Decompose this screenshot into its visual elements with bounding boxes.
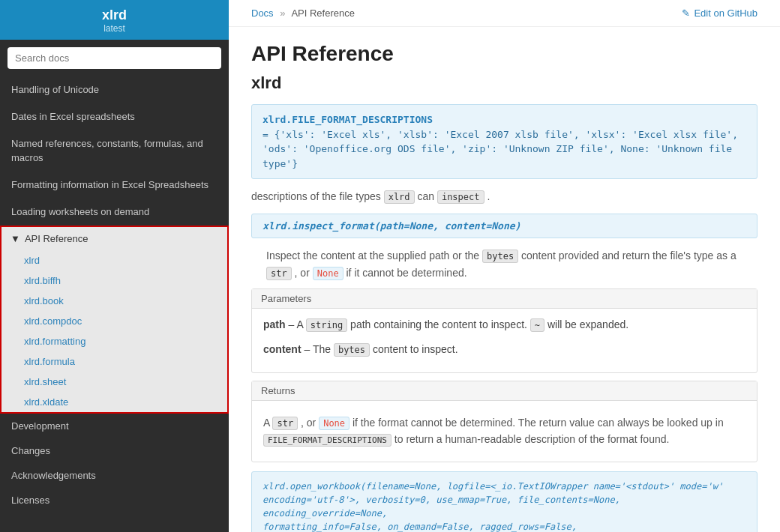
open-workbook-sig-line2: formatting_info=False, on_demand=False, … — [262, 520, 746, 532]
sidebar-header: xlrd latest — [0, 0, 229, 40]
sidebar-bottom-nav: Development Changes Acknowledgements Lic… — [0, 414, 229, 513]
search-input[interactable] — [8, 47, 221, 69]
api-item-xlrd-compdoc[interactable]: xlrd.compdoc — [2, 311, 227, 331]
inspect-func-name: xlrd.inspect_format(path=None, content=N… — [262, 220, 520, 232]
breadcrumb-docs-link[interactable]: Docs — [251, 7, 274, 19]
sidebar-search-wrap — [0, 40, 229, 76]
sidebar-item-named-refs[interactable]: Named references, constants, formulas, a… — [0, 130, 229, 171]
sidebar-item-acknowledgements[interactable]: Acknowledgements — [0, 463, 229, 488]
sidebar-item-loading[interactable]: Loading worksheets on demand — [0, 199, 229, 226]
breadcrumb-current: API Reference — [291, 7, 355, 19]
sidebar-item-licenses[interactable]: Licenses — [0, 488, 229, 513]
page-content: API Reference xlrd xlrd.FILE_FORMAT_DESC… — [229, 27, 780, 532]
breadcrumb-separator: » — [280, 7, 285, 19]
returns-none-code: None — [319, 417, 350, 430]
breadcrumb-links: Docs » API Reference — [251, 7, 355, 19]
inspect-description: Inspect the content at the supplied path… — [266, 247, 758, 281]
file-format-const: xlrd.FILE_FORMAT_DESCRIPTIONS — [262, 112, 746, 127]
collapse-icon: ▼ — [10, 233, 20, 244]
api-item-xlrd-xldate[interactable]: xlrd.xldate — [2, 392, 227, 412]
api-reference-header[interactable]: ▼ API Reference — [2, 227, 227, 250]
inspect-inline-code: inspect — [437, 190, 484, 204]
param-content-row: content – The bytes content to inspect. — [263, 341, 746, 357]
edit-github-link[interactable]: ✎ Edit on GitHub — [682, 7, 758, 19]
tilde-inline-code: ~ — [530, 318, 544, 332]
api-item-xlrd-formatting[interactable]: xlrd.formatting — [2, 331, 227, 351]
sidebar-item-development[interactable]: Development — [0, 414, 229, 438]
returns-section: Returns A str , or None if the format ca… — [251, 381, 758, 462]
sidebar-version: latest — [11, 23, 218, 34]
sidebar-item-formatting[interactable]: Formatting information in Excel Spreadsh… — [0, 172, 229, 199]
api-item-xlrd-sheet[interactable]: xlrd.sheet — [2, 372, 227, 392]
open-workbook-block: xlrd.open_workbook(filename=None, logfil… — [251, 471, 758, 532]
parameters-header: Parameters — [252, 289, 757, 309]
breadcrumb: Docs » API Reference ✎ Edit on GitHub — [229, 0, 780, 27]
string-inline-code: string — [306, 318, 347, 332]
page-title: API Reference — [251, 42, 758, 66]
api-reference-section: ▼ API Reference xlrd xlrd.biffh xlrd.boo… — [0, 226, 229, 414]
file-format-code-block: xlrd.FILE_FORMAT_DESCRIPTIONS = {'xls': … — [251, 104, 758, 179]
str-inline-code: str — [266, 267, 292, 280]
api-item-xlrd[interactable]: xlrd — [2, 250, 227, 270]
section-title: xlrd — [251, 73, 758, 93]
param-path-row: path – A string path containing the cont… — [263, 316, 746, 333]
parameters-section: Parameters path – A string path containi… — [251, 288, 758, 373]
main-content: Docs » API Reference ✎ Edit on GitHub AP… — [229, 0, 780, 532]
api-item-xlrd-biffh[interactable]: xlrd.biffh — [2, 270, 227, 291]
none-inline-code: None — [313, 267, 344, 280]
parameters-body: path – A string path containing the cont… — [252, 309, 757, 372]
sidebar-item-dates[interactable]: Dates in Excel spreadsheets — [0, 103, 229, 130]
sidebar-logo: xlrd — [11, 7, 218, 23]
inspect-format-signature: xlrd.inspect_format(path=None, content=N… — [251, 214, 758, 238]
param-content-name: content — [263, 343, 302, 355]
xlrd-inline-code: xlrd — [384, 190, 415, 204]
returns-str-code: str — [272, 417, 298, 430]
returns-header: Returns — [252, 381, 757, 401]
file-format-value: = {'xls': 'Excel xls', 'xlsb': 'Excel 20… — [262, 127, 746, 172]
returns-description: A str , or None if the format cannot be … — [263, 414, 746, 448]
api-reference-items: xlrd xlrd.biffh xlrd.book xlrd.compdoc x… — [2, 250, 227, 412]
sidebar-item-unicode[interactable]: Handling of Unicode — [0, 76, 229, 103]
bytes-inline-code: bytes — [482, 250, 518, 263]
param-path-name: path — [263, 318, 286, 330]
returns-body: A str , or None if the format cannot be … — [252, 401, 757, 462]
api-item-xlrd-formula[interactable]: xlrd.formula — [2, 351, 227, 372]
bytes-param-inline-code: bytes — [334, 343, 370, 357]
sidebar: xlrd latest Handling of Unicode Dates in… — [0, 0, 229, 532]
github-icon: ✎ — [682, 7, 690, 19]
sidebar-item-changes[interactable]: Changes — [0, 438, 229, 463]
api-item-xlrd-book[interactable]: xlrd.book — [2, 291, 227, 311]
open-workbook-sig-line1: xlrd.open_workbook(filename=None, logfil… — [262, 480, 746, 520]
description-line-1: descriptions of the file types xlrd can … — [251, 188, 758, 205]
returns-file-format-code: FILE_FORMAT_DESCRIPTIONS — [263, 434, 392, 447]
